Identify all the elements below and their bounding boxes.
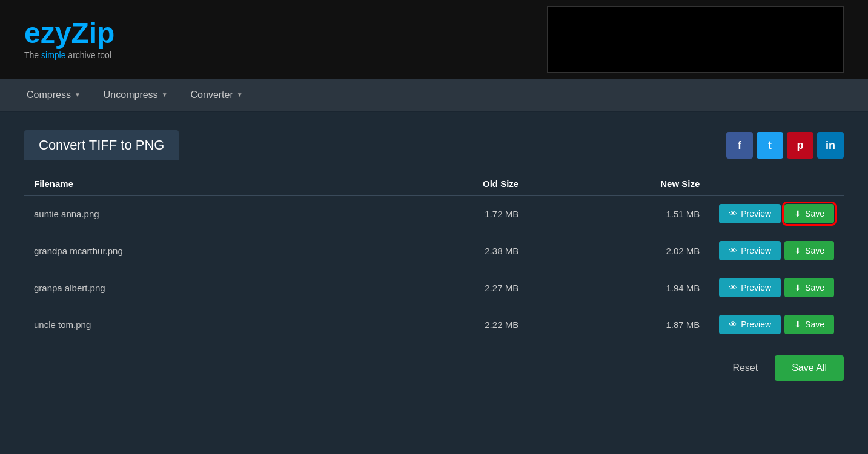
- main-content: Convert TIFF to PNG f t p in Filename Ol…: [0, 112, 868, 399]
- logo-white: ezy: [24, 17, 71, 49]
- preview-button[interactable]: 👁Preview: [719, 204, 781, 223]
- eye-icon: 👁: [729, 246, 737, 255]
- social-icons: f t p in: [726, 132, 844, 159]
- file-old-size: 2.22 MB: [358, 306, 528, 343]
- nav-converter-label: Converter: [191, 90, 233, 100]
- eye-icon: 👁: [729, 209, 737, 219]
- file-table: Filename Old Size New Size auntie anna.p…: [24, 173, 844, 343]
- header-ad: [547, 6, 844, 73]
- preview-button[interactable]: 👁Preview: [719, 241, 781, 260]
- nav-uncompress-label: Uncompress: [104, 90, 158, 100]
- save-all-button[interactable]: Save All: [775, 355, 844, 381]
- file-new-size: 1.94 MB: [528, 269, 709, 306]
- table-row: grandpa mcarthur.png2.38 MB2.02 MB👁Previ…: [24, 232, 844, 269]
- file-new-size: 2.02 MB: [528, 232, 709, 269]
- download-icon: ⬇: [794, 246, 801, 255]
- pinterest-button[interactable]: p: [787, 132, 813, 159]
- file-name: uncle tom.png: [24, 306, 358, 343]
- logo: ezyZip The simple archive tool: [24, 19, 114, 60]
- file-new-size: 1.87 MB: [528, 306, 709, 343]
- col-new-size: New Size: [528, 173, 709, 196]
- file-old-size: 2.38 MB: [358, 232, 528, 269]
- twitter-button[interactable]: t: [757, 132, 783, 159]
- chevron-down-icon: ▼: [75, 91, 81, 98]
- header: ezyZip The simple archive tool: [0, 0, 868, 79]
- file-actions: 👁Preview⬇Save: [709, 306, 844, 343]
- tagline-pre: The: [24, 50, 41, 60]
- file-new-size: 1.51 MB: [528, 196, 709, 232]
- download-icon: ⬇: [794, 209, 801, 219]
- download-icon: ⬇: [794, 320, 801, 329]
- table-row: granpa albert.png2.27 MB1.94 MB👁Preview⬇…: [24, 269, 844, 306]
- save-button[interactable]: ⬇Save: [784, 204, 834, 223]
- chevron-down-icon: ▼: [237, 91, 243, 98]
- tagline-post: archive tool: [65, 50, 111, 60]
- col-filename: Filename: [24, 173, 358, 196]
- file-name: auntie anna.png: [24, 196, 358, 232]
- file-actions: 👁Preview⬇Save: [709, 269, 844, 306]
- file-name: grandpa mcarthur.png: [24, 232, 358, 269]
- logo-text: ezyZip: [24, 19, 114, 48]
- save-button[interactable]: ⬇Save: [784, 315, 834, 334]
- preview-button[interactable]: 👁Preview: [719, 315, 781, 334]
- file-old-size: 2.27 MB: [358, 269, 528, 306]
- save-button[interactable]: ⬇Save: [784, 278, 834, 297]
- page-title: Convert TIFF to PNG: [24, 130, 179, 160]
- tagline-em: simple: [41, 50, 65, 60]
- nav-uncompress[interactable]: Uncompress ▼: [101, 85, 170, 105]
- title-bar: Convert TIFF to PNG f t p in: [24, 130, 844, 160]
- nav-converter[interactable]: Converter ▼: [188, 85, 245, 105]
- chevron-down-icon: ▼: [162, 91, 168, 98]
- preview-button[interactable]: 👁Preview: [719, 278, 781, 297]
- table-row: uncle tom.png2.22 MB1.87 MB👁Preview⬇Save: [24, 306, 844, 343]
- nav-compress-label: Compress: [27, 90, 71, 100]
- reset-button[interactable]: Reset: [723, 357, 767, 380]
- facebook-button[interactable]: f: [726, 132, 753, 159]
- col-old-size: Old Size: [358, 173, 528, 196]
- logo-tagline: The simple archive tool: [24, 50, 114, 60]
- file-actions: 👁Preview⬇Save: [709, 232, 844, 269]
- save-button[interactable]: ⬇Save: [784, 241, 834, 260]
- eye-icon: 👁: [729, 320, 737, 329]
- bottom-actions: Reset Save All: [24, 355, 844, 381]
- main-nav: Compress ▼ Uncompress ▼ Converter ▼: [0, 79, 868, 112]
- table-row: auntie anna.png1.72 MB1.51 MB👁Preview⬇Sa…: [24, 196, 844, 232]
- logo-blue: Zip: [71, 17, 114, 49]
- file-old-size: 1.72 MB: [358, 196, 528, 232]
- linkedin-button[interactable]: in: [817, 132, 844, 159]
- nav-compress[interactable]: Compress ▼: [24, 85, 83, 105]
- file-name: granpa albert.png: [24, 269, 358, 306]
- eye-icon: 👁: [729, 283, 737, 292]
- file-actions: 👁Preview⬇Save: [709, 196, 844, 232]
- download-icon: ⬇: [794, 283, 801, 292]
